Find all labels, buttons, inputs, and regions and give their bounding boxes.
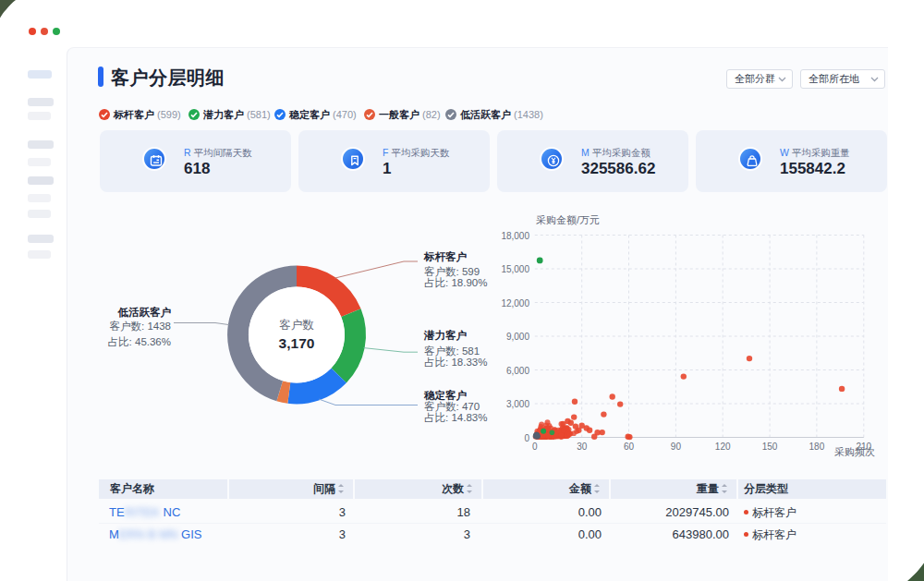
svg-text:标杆客户: 标杆客户 [423, 250, 468, 263]
svg-text:占比: 14.83%: 占比: 14.83% [424, 412, 487, 423]
svg-text:90: 90 [671, 442, 682, 452]
svg-text:稳定客户: 稳定客户 [423, 389, 468, 402]
svg-text:客户数: 1438: 客户数: 1438 [110, 321, 171, 332]
svg-text:客户数: 470: 客户数: 470 [424, 401, 480, 412]
svg-text:12,000: 12,000 [501, 298, 529, 309]
svg-text:9,000: 9,000 [506, 332, 529, 342]
svg-text:客户数: 客户数 [279, 319, 314, 332]
svg-text:30: 30 [577, 442, 588, 452]
svg-text:6,000: 6,000 [506, 366, 529, 376]
svg-text:150: 150 [762, 442, 778, 452]
svg-text:180: 180 [809, 442, 825, 452]
svg-text:3,170: 3,170 [279, 335, 315, 351]
svg-text:采购频次: 采购频次 [834, 446, 875, 457]
svg-text:占比: 18.33%: 占比: 18.33% [424, 357, 487, 368]
svg-text:占比: 45.36%: 占比: 45.36% [108, 336, 171, 347]
svg-text:3,000: 3,000 [506, 399, 529, 409]
svg-text:0: 0 [532, 442, 538, 452]
svg-text:60: 60 [624, 442, 635, 452]
svg-text:0: 0 [524, 433, 529, 443]
svg-text:潜力客户: 潜力客户 [423, 329, 468, 342]
svg-text:占比: 18.90%: 占比: 18.90% [424, 277, 487, 288]
svg-text:客户数: 599: 客户数: 599 [424, 266, 480, 277]
svg-text:120: 120 [715, 442, 731, 452]
svg-text:15,000: 15,000 [501, 264, 529, 274]
svg-text:采购金额/万元: 采购金额/万元 [536, 214, 600, 225]
svg-text:低活跃客户: 低活跃客户 [117, 306, 172, 319]
svg-text:18,000: 18,000 [501, 231, 529, 241]
svg-text:客户数: 581: 客户数: 581 [424, 345, 480, 357]
